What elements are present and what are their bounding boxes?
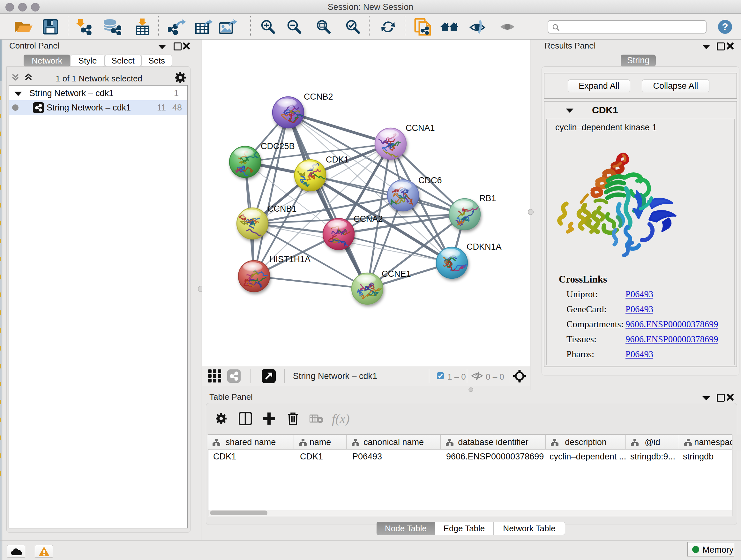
svg-text:?: ?	[722, 21, 728, 33]
svg-text:RB1: RB1	[479, 193, 496, 203]
svg-text:CCNB1: CCNB1	[267, 204, 297, 213]
svg-text:CCNA1: CCNA1	[406, 123, 435, 133]
svg-text:CCNA2: CCNA2	[354, 214, 383, 224]
svg-text:CDKN1A: CDKN1A	[467, 242, 502, 252]
svg-text:CCNB2: CCNB2	[304, 92, 333, 102]
svg-text:CCNE1: CCNE1	[382, 269, 411, 279]
svg-text:HIST1H1A: HIST1H1A	[269, 254, 311, 264]
svg-text:CDC6: CDC6	[418, 176, 442, 185]
svg-text:CDK1: CDK1	[326, 155, 349, 165]
svg-text:CDC25B: CDC25B	[261, 141, 295, 151]
